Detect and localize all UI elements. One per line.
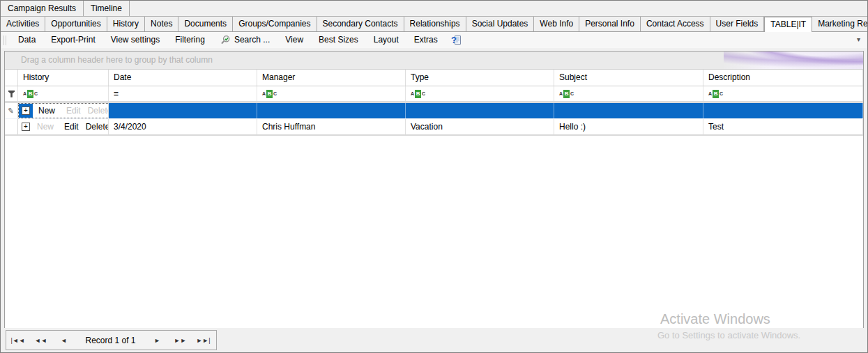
- grid-empty-area: [5, 136, 863, 328]
- edit-button[interactable]: Edit: [64, 120, 79, 134]
- new-record-row: ✎ + New Edit Delete: [5, 103, 863, 119]
- menu-layout[interactable]: Layout: [366, 32, 406, 48]
- new-row-actions-cell: + New Edit Delete: [18, 103, 109, 118]
- tab-relationships[interactable]: Relationships: [404, 17, 466, 31]
- tab-personal-info[interactable]: Personal Info: [579, 17, 641, 31]
- first-record-button[interactable]: |◄◄: [6, 337, 29, 344]
- column-header-row: History Date Manager Type Subject Descri…: [5, 70, 863, 86]
- data-grid: Drag a column header here to group by th…: [4, 51, 864, 329]
- cell-subject[interactable]: Hello :): [554, 119, 703, 134]
- auto-filter-row: ABC = ABC ABC ABC ABC: [5, 86, 863, 103]
- new-row-cell-date[interactable]: [109, 103, 257, 118]
- toolbar-overflow-arrow[interactable]: ▾: [857, 36, 860, 44]
- cell-manager[interactable]: Chris Huffman: [257, 119, 406, 134]
- new-row-cell-subject[interactable]: [554, 103, 703, 118]
- row-indicator: [5, 119, 18, 134]
- view-tab-bar: Campaign Results Timeline: [1, 1, 867, 17]
- new-button[interactable]: New: [38, 104, 55, 118]
- cell-description[interactable]: Test: [703, 119, 863, 134]
- cell-date[interactable]: 3/4/2020: [109, 119, 257, 134]
- group-panel-hint: Drag a column header here to group by th…: [21, 52, 213, 69]
- tab-documents[interactable]: Documents: [178, 17, 233, 31]
- tab-tableit[interactable]: TABLE|IT: [764, 17, 812, 32]
- next-record-button[interactable]: ►: [146, 337, 169, 344]
- menu-view-settings[interactable]: View settings: [103, 32, 167, 48]
- expand-row-button[interactable]: +: [22, 123, 30, 131]
- menu-data[interactable]: Data: [10, 32, 43, 48]
- tab-opportunities[interactable]: Opportunities: [45, 17, 107, 31]
- edit-pencil-icon: ✎: [7, 103, 15, 118]
- filter-date[interactable]: =: [109, 86, 257, 101]
- fast-previous-button[interactable]: ◄◄: [29, 337, 52, 344]
- column-header-manager[interactable]: Manager: [257, 70, 406, 86]
- row-actions-cell: + New Edit Delete: [18, 119, 109, 134]
- column-header-date[interactable]: Date: [109, 70, 257, 86]
- header-indicator-cell: [5, 70, 18, 86]
- tab-web-info[interactable]: Web Info: [534, 17, 579, 31]
- decorative-swoosh: [724, 52, 863, 70]
- column-header-subject[interactable]: Subject: [554, 70, 703, 86]
- new-button: New: [37, 120, 54, 134]
- new-row-cell-manager[interactable]: [257, 103, 406, 118]
- tab-secondary-contacts[interactable]: Secondary Contacts: [317, 17, 404, 31]
- contact-tab-bar: Activities Opportunities History Notes D…: [1, 17, 867, 32]
- tab-social-updates[interactable]: Social Updates: [466, 17, 535, 31]
- new-row-cell-type[interactable]: [406, 103, 554, 118]
- filter-history[interactable]: ABC: [18, 86, 109, 101]
- previous-record-button[interactable]: ◄: [52, 337, 75, 344]
- abc-filter-icon: ABC: [559, 90, 574, 98]
- column-header-type[interactable]: Type: [406, 70, 554, 86]
- abc-filter-icon: ABC: [262, 90, 277, 98]
- filter-row-indicator: [5, 86, 18, 101]
- menu-search[interactable]: Search ...: [213, 32, 277, 48]
- tab-timeline[interactable]: Timeline: [84, 1, 130, 16]
- tab-campaign-results[interactable]: Campaign Results: [1, 1, 84, 16]
- filter-description[interactable]: ABC: [703, 86, 863, 101]
- record-count-label: Record 1 of 1: [75, 336, 146, 345]
- equals-operator: =: [114, 89, 119, 99]
- filter-subject[interactable]: ABC: [554, 86, 703, 101]
- row-indicator-editing: ✎: [5, 103, 18, 118]
- new-row-cell-description[interactable]: [703, 103, 863, 118]
- abc-filter-icon: ABC: [708, 90, 723, 98]
- delete-button[interactable]: Delete: [86, 120, 109, 134]
- menu-filtering[interactable]: Filtering: [167, 32, 213, 48]
- svg-text:?: ?: [451, 35, 457, 45]
- record-row: + New Edit Delete 3/4/2020 Chris Huffman…: [5, 119, 863, 136]
- edit-button: Edit: [66, 104, 81, 118]
- cell-type[interactable]: Vacation: [406, 119, 554, 134]
- record-navigator: |◄◄ ◄◄ ◄ Record 1 of 1 ► ►► ►►|: [6, 330, 217, 350]
- tab-groups-companies[interactable]: Groups/Companies: [233, 17, 317, 31]
- grid-toolbar: Data Export-Print View settings Filterin…: [1, 32, 867, 48]
- tab-activities[interactable]: Activities: [1, 17, 45, 31]
- filter-type[interactable]: ABC: [406, 86, 554, 101]
- expand-button-highlight: +: [19, 104, 33, 118]
- search-icon: [220, 35, 231, 45]
- toolbar-grip[interactable]: [3, 36, 6, 45]
- activate-windows-watermark: Activate Windows: [660, 311, 770, 327]
- tab-history[interactable]: History: [107, 17, 145, 31]
- column-header-history[interactable]: History: [18, 70, 109, 86]
- column-header-description[interactable]: Description: [703, 70, 863, 86]
- app-window: Campaign Results Timeline Activities Opp…: [0, 0, 868, 353]
- filter-pin-icon: [8, 90, 15, 98]
- abc-filter-icon: ABC: [411, 90, 425, 98]
- menu-extras[interactable]: Extras: [406, 32, 446, 48]
- tab-notes[interactable]: Notes: [145, 17, 178, 31]
- group-by-panel[interactable]: Drag a column header here to group by th…: [5, 52, 863, 70]
- menu-export-print[interactable]: Export-Print: [43, 32, 102, 48]
- help-icon[interactable]: ?: [450, 34, 462, 46]
- filter-manager[interactable]: ABC: [257, 86, 406, 101]
- focused-cell-outline: + New Edit Delete: [18, 103, 109, 118]
- activate-windows-hint: Go to Settings to activate Windows.: [657, 330, 800, 340]
- tab-user-fields[interactable]: User Fields: [710, 17, 765, 31]
- abc-filter-icon: ABC: [23, 90, 38, 98]
- last-record-button[interactable]: ►►|: [192, 337, 215, 344]
- expand-row-button[interactable]: +: [22, 107, 30, 115]
- menu-view[interactable]: View: [277, 32, 311, 48]
- tab-contact-access[interactable]: Contact Access: [641, 17, 710, 31]
- fast-next-button[interactable]: ►►: [169, 337, 192, 344]
- menu-best-sizes[interactable]: Best Sizes: [311, 32, 366, 48]
- delete-button: Delete: [88, 104, 109, 118]
- tab-marketing-results[interactable]: Marketing Results: [812, 17, 868, 31]
